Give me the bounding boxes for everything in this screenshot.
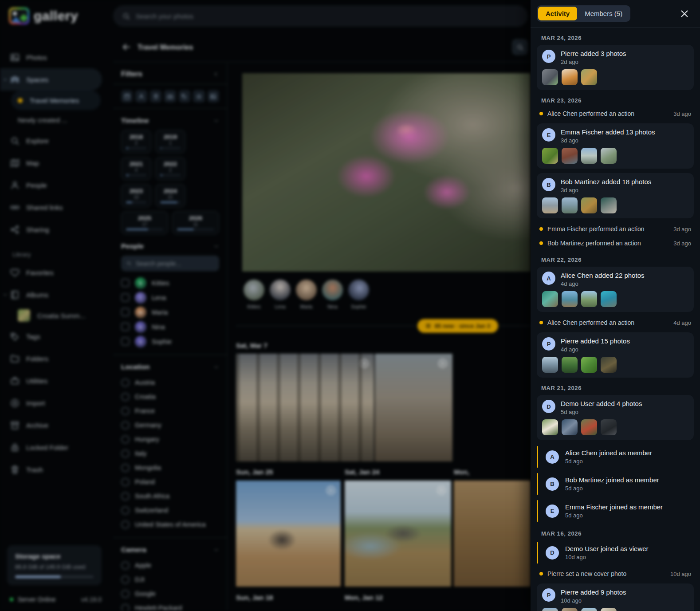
filter-option-hewlett-packard[interactable]: Hewlett-Packard bbox=[121, 601, 219, 611]
filter-calendar-button[interactable] bbox=[121, 90, 133, 102]
filter-option-croatia[interactable]: Croatia bbox=[121, 390, 219, 404]
activity-event-row[interactable]: Emma Fischer performed an action 3d ago bbox=[539, 223, 691, 235]
year-chip-2024[interactable]: 2024 21 bbox=[155, 184, 185, 207]
activity-event-row[interactable]: Pierre set a new cover photo 10d ago bbox=[539, 568, 691, 580]
activity-event-row[interactable]: Bob Martinez performed an action 3d ago bbox=[539, 237, 691, 249]
sidebar-item-photos[interactable]: Photos bbox=[0, 46, 113, 68]
filter-option-hungary[interactable]: Hungary bbox=[121, 432, 219, 446]
sidebar-item-favorites[interactable]: Favorites bbox=[0, 261, 113, 284]
photo-thumbnail[interactable] bbox=[581, 419, 597, 435]
year-chip-2026[interactable]: 2026 11 bbox=[172, 211, 219, 234]
sidebar-item-explore[interactable]: Explore bbox=[0, 130, 113, 152]
activity-card[interactable]: B Bob Martinez added 18 photos 3d ago bbox=[537, 173, 694, 218]
photo-thumbnail[interactable] bbox=[562, 148, 578, 164]
photo-thumbnail[interactable] bbox=[601, 148, 617, 164]
photo-thumbnail[interactable] bbox=[581, 357, 597, 373]
checkbox[interactable] bbox=[121, 293, 130, 302]
member-join-row[interactable]: A Alice Chen joined as member 5d ago bbox=[537, 445, 694, 469]
radio-button[interactable] bbox=[121, 590, 130, 598]
filter-option-dji[interactable]: DJI bbox=[121, 572, 219, 587]
sidebar-item-people[interactable]: People bbox=[0, 174, 113, 196]
checkbox[interactable] bbox=[121, 337, 130, 346]
year-chip-2018[interactable]: 2018 2 bbox=[121, 130, 151, 153]
people-search-field[interactable] bbox=[121, 256, 219, 271]
sidebar-item-travel-memories[interactable]: Travel Memories bbox=[11, 91, 101, 110]
activity-event-row[interactable]: Alice Chen performed an action 3d ago bbox=[539, 107, 691, 120]
chevron-down-icon[interactable] bbox=[213, 547, 219, 553]
checkbox[interactable] bbox=[121, 279, 130, 287]
filter-option-mongolia[interactable]: Mongolia bbox=[121, 461, 219, 475]
sidebar-item-map[interactable]: Map bbox=[0, 152, 113, 174]
people-search-input[interactable] bbox=[136, 260, 211, 267]
activity-card[interactable]: A Alice Chen added 22 photos 4d ago bbox=[537, 267, 694, 312]
photo-thumbnail[interactable] bbox=[542, 197, 558, 213]
filter-image-button[interactable] bbox=[208, 90, 219, 102]
photo-thumbnail[interactable] bbox=[542, 357, 558, 373]
photo-thumbnail[interactable] bbox=[562, 419, 578, 435]
album-search-button[interactable] bbox=[512, 39, 528, 55]
filter-option-poland[interactable]: Poland bbox=[121, 475, 219, 489]
photo-thumbnail[interactable] bbox=[562, 608, 578, 611]
member-join-row[interactable]: E Emma Fischer joined as member 5d ago bbox=[537, 499, 694, 523]
photo-zebra[interactable] bbox=[236, 481, 341, 587]
sidebar-item-croatia-summ[interactable]: Croatia Summ... bbox=[0, 306, 113, 325]
close-icon[interactable] bbox=[679, 8, 690, 20]
filter-option-switzerland[interactable]: Switzerland bbox=[121, 503, 219, 517]
photo-elephants[interactable] bbox=[345, 481, 451, 587]
year-chip-2025[interactable]: 2025 17 bbox=[121, 211, 168, 234]
activity-event-row[interactable]: Alice Chen performed an action 4d ago bbox=[539, 316, 691, 329]
radio-button[interactable] bbox=[121, 492, 130, 501]
photo-thumbnail[interactable] bbox=[601, 419, 617, 435]
filter-option-germany[interactable]: Germany bbox=[121, 418, 219, 432]
filter-option-united-states-of-america[interactable]: United States of America bbox=[121, 517, 219, 532]
filter-option-austria[interactable]: Austria bbox=[121, 375, 219, 390]
photo-arches[interactable] bbox=[236, 354, 374, 461]
filter-pin-button[interactable] bbox=[150, 90, 161, 102]
photo-thumbnail[interactable] bbox=[542, 608, 558, 611]
new-photos-badge[interactable]: 85 new · since Jan 3 bbox=[417, 319, 498, 333]
chevron-down-icon[interactable] bbox=[2, 292, 8, 298]
tab-members[interactable]: Members (5) bbox=[578, 7, 629, 20]
filter-tag-button[interactable] bbox=[179, 90, 190, 102]
checkbox[interactable] bbox=[121, 308, 130, 316]
person-filter-kitties[interactable]: k Kitties bbox=[121, 276, 219, 290]
year-chip-2023[interactable]: 2023 10 bbox=[121, 184, 151, 207]
filter-option-italy[interactable]: Italy bbox=[121, 446, 219, 461]
sidebar-item-import[interactable]: Import bbox=[0, 392, 113, 414]
sidebar-item-locked-folder[interactable]: Locked Folder bbox=[0, 436, 113, 458]
activity-card[interactable]: D Demo User added 4 photos 5d ago bbox=[537, 395, 694, 440]
photo-thumbnail[interactable] bbox=[601, 357, 617, 373]
filter-person-button[interactable] bbox=[135, 90, 147, 102]
photo-thumbnail[interactable] bbox=[581, 148, 597, 164]
photo-thumbnail[interactable] bbox=[542, 419, 558, 435]
filter-star-button[interactable] bbox=[193, 90, 204, 102]
radio-button[interactable] bbox=[121, 393, 130, 401]
sidebar-item-utilities[interactable]: Utilities bbox=[0, 370, 113, 392]
chevron-down-icon[interactable] bbox=[213, 244, 219, 249]
collapse-filters-icon[interactable] bbox=[213, 71, 219, 77]
photo-thumbnail[interactable] bbox=[581, 291, 597, 307]
radio-button[interactable] bbox=[121, 449, 130, 458]
radio-button[interactable] bbox=[121, 478, 130, 486]
search-input[interactable] bbox=[136, 12, 446, 20]
sidebar-item-tags[interactable]: Tags bbox=[0, 325, 113, 347]
member-join-row[interactable]: D Demo User joined as viewer 10d ago bbox=[537, 540, 694, 565]
year-chip-2022[interactable]: 2022 2 bbox=[155, 157, 185, 180]
tab-activity[interactable]: Activity bbox=[538, 7, 577, 20]
filter-option-apple[interactable]: Apple bbox=[121, 558, 219, 572]
photo-thumbnail[interactable] bbox=[581, 197, 597, 213]
sidebar-item-archive[interactable]: Archive bbox=[0, 414, 113, 436]
sidebar-item-sharing[interactable]: Sharing bbox=[0, 218, 113, 240]
radio-button[interactable] bbox=[121, 506, 130, 515]
photo-thumbnail[interactable] bbox=[601, 608, 617, 611]
person-filter-maria[interactable]: m Maria bbox=[121, 305, 219, 319]
photo-thumbnail[interactable] bbox=[601, 197, 617, 213]
activity-card[interactable]: P Pierre added 9 photos 10d ago bbox=[537, 583, 694, 611]
radio-button[interactable] bbox=[121, 604, 130, 611]
checkbox[interactable] bbox=[121, 323, 130, 331]
year-chip-2019[interactable]: 2019 1 bbox=[155, 130, 185, 153]
activity-card[interactable]: P Pierre added 3 photos 2d ago bbox=[537, 45, 694, 90]
person-bubble-maria[interactable]: Maria bbox=[296, 280, 317, 309]
photo-thumbnail[interactable] bbox=[601, 291, 617, 307]
activity-card[interactable]: P Pierre added 15 photos 4d ago bbox=[537, 332, 694, 378]
